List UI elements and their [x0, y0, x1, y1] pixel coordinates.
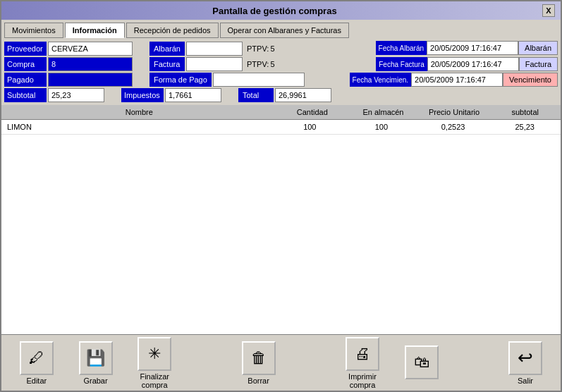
subtotal-label: Subtotal: [4, 88, 47, 102]
fecha-albaran-label: Fecha Albarán: [376, 41, 427, 55]
cell-nombre: LIMON: [1, 121, 274, 133]
ptpv-label1: PTPV:: [247, 44, 269, 53]
factura-label: Factura: [149, 57, 185, 71]
impuestos-label: Impuestos: [121, 88, 164, 102]
grabar-label: Grabar: [83, 376, 107, 385]
compra-value: 8: [48, 57, 133, 71]
grabar-button[interactable]: 💾 Grabar: [75, 341, 117, 385]
proveedor-value: CERVEZA: [48, 42, 133, 56]
subtotal-value: 25,23: [48, 88, 104, 102]
form-area: Proveedor CERVEZA Albarán PTPV: 5 Fecha …: [1, 38, 561, 105]
fecha-vencimiento-value: 20/05/2009 17:16:47: [411, 73, 503, 87]
total-label: Total: [238, 88, 274, 102]
table-header: Nombre Cantidad En almacén Precio Unitar…: [1, 105, 561, 120]
impuestos-value: 1,7661: [165, 88, 221, 102]
main-window: Pantalla de gestión compras X Movimiento…: [0, 0, 562, 392]
albaran-value: [186, 42, 243, 56]
factura-value: [186, 57, 243, 71]
imprimir-label: Imprimircompra: [348, 372, 377, 389]
borrar-label: Borrar: [248, 376, 269, 385]
salir-button[interactable]: ↩ Salir: [504, 341, 546, 385]
proveedor-label: Proveedor: [4, 42, 47, 56]
salir-icon: ↩: [508, 341, 542, 375]
title-bar: Pantalla de gestión compras X: [1, 1, 561, 20]
cell-almacen: 100: [346, 121, 417, 133]
salir-label: Salir: [518, 376, 533, 385]
finalizar-icon: ✳: [138, 337, 171, 371]
ptpv-value1: 5: [270, 44, 274, 53]
row-totals: Subtotal 25,23 Impuestos 1,7661 Total 26…: [4, 88, 558, 102]
bolsa-icon: 🛍: [405, 345, 439, 379]
forma-pago-label: Forma de Pago: [149, 73, 212, 87]
col-subtotal: subtotal: [489, 106, 561, 118]
cell-subtotal: 25,23: [489, 121, 561, 133]
imprimir-icon: 🖨: [346, 337, 379, 371]
fecha-albaran-value: 20/05/2009 17:16:47: [427, 41, 518, 55]
ptpv-label2: PTPV:: [247, 60, 269, 68]
data-table: Nombre Cantidad En almacén Precio Unitar…: [1, 105, 561, 334]
borrar-icon: 🗑: [242, 341, 276, 375]
tab-movimientos[interactable]: Movimientos: [4, 23, 63, 38]
table-row: LIMON 100 100 0,2523 25,23: [1, 120, 561, 135]
col-precio: Precio Unitario: [419, 106, 490, 118]
row-pagado: Pagado Forma de Pago Fecha Vencimien. 20…: [4, 73, 558, 87]
fecha-factura-label: Fecha Factura: [376, 57, 427, 71]
cell-cantidad: 100: [274, 121, 346, 133]
row-proveedor: Proveedor CERVEZA Albarán PTPV: 5 Fecha …: [4, 41, 558, 56]
pagado-value: [48, 73, 133, 87]
tab-operar[interactable]: Operar con Albaranes y Facturas: [220, 23, 349, 38]
row-compra: Compra 8 Factura PTPV: 5 Fecha Factura 2…: [4, 57, 558, 71]
editar-button[interactable]: 🖊 Editar: [16, 341, 58, 385]
pagado-label: Pagado: [4, 73, 47, 87]
borrar-button[interactable]: 🗑 Borrar: [238, 341, 280, 385]
tab-bar: Movimientos Información Recepción de ped…: [1, 20, 561, 38]
fecha-vencimiento-label: Fecha Vencimien.: [350, 73, 412, 87]
cell-precio: 0,2523: [417, 121, 489, 133]
compra-label: Compra: [4, 57, 47, 71]
grabar-icon: 💾: [79, 341, 113, 375]
total-value: 26,9961: [275, 88, 331, 102]
albaran-button[interactable]: Albarán: [518, 41, 558, 55]
finalizar-label: Finalizarcompra: [140, 372, 169, 389]
window-title: Pantalla de gestión compras: [7, 6, 542, 16]
imprimir-button[interactable]: 🖨 Imprimircompra: [341, 337, 384, 389]
tab-recepcion[interactable]: Recepción de pedidos: [126, 23, 219, 38]
finalizar-button[interactable]: ✳ Finalizarcompra: [133, 337, 176, 389]
col-nombre: Nombre: [1, 106, 277, 118]
factura-button[interactable]: Factura: [519, 57, 558, 71]
col-almacen: En almacén: [348, 106, 419, 118]
albaran-label: Albarán: [149, 42, 185, 56]
main-content: Proveedor CERVEZA Albarán PTPV: 5 Fecha …: [1, 38, 561, 334]
action-bar: 🖊 Editar 💾 Grabar ✳ Finalizarcompra 🗑 Bo…: [1, 334, 561, 391]
vencimiento-button[interactable]: Vencimiento: [503, 73, 558, 87]
bolsa-button[interactable]: 🛍: [401, 345, 443, 381]
col-cantidad: Cantidad: [277, 106, 348, 118]
editar-label: Editar: [26, 376, 47, 385]
table-body: LIMON 100 100 0,2523 25,23: [1, 120, 561, 334]
editar-icon: 🖊: [20, 341, 54, 375]
forma-pago-value: [213, 73, 305, 87]
close-button[interactable]: X: [542, 4, 555, 17]
ptpv-value2: 5: [270, 60, 274, 68]
fecha-factura-value: 20/05/2009 17:16:47: [427, 57, 519, 71]
tab-informacion[interactable]: Información: [65, 23, 125, 38]
